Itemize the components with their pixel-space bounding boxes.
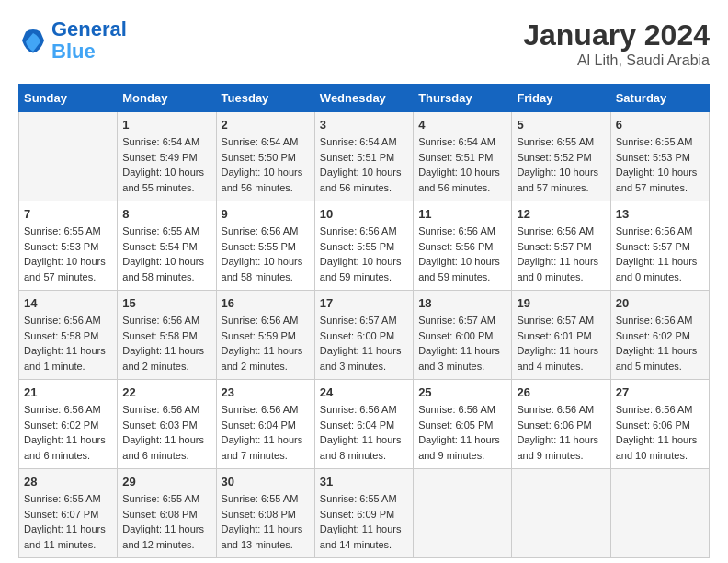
day-number: 3 [320, 118, 408, 132]
calendar-table: SundayMondayTuesdayWednesdayThursdayFrid… [18, 84, 710, 558]
day-number: 18 [418, 296, 506, 310]
day-number: 9 [222, 207, 310, 221]
calendar-cell: 1Sunrise: 6:54 AM Sunset: 5:49 PM Daylig… [118, 112, 216, 201]
column-header-wednesday: Wednesday [314, 85, 413, 112]
day-number: 26 [517, 385, 605, 399]
calendar-cell: 19Sunrise: 6:57 AM Sunset: 6:01 PM Dayli… [512, 291, 610, 380]
calendar-cell: 15Sunrise: 6:56 AM Sunset: 5:58 PM Dayli… [118, 291, 216, 380]
calendar-cell: 14Sunrise: 6:56 AM Sunset: 5:58 PM Dayli… [19, 291, 118, 380]
calendar-cell: 16Sunrise: 6:56 AM Sunset: 5:59 PM Dayli… [216, 291, 314, 380]
day-number: 2 [222, 118, 310, 132]
day-number: 15 [122, 296, 210, 310]
calendar-cell: 29Sunrise: 6:55 AM Sunset: 6:08 PM Dayli… [118, 469, 216, 558]
day-number: 11 [418, 207, 506, 221]
day-number: 24 [320, 385, 408, 399]
logo-icon [18, 26, 48, 55]
calendar-body: 1Sunrise: 6:54 AM Sunset: 5:49 PM Daylig… [19, 112, 710, 558]
day-number: 16 [222, 296, 310, 310]
day-info: Sunrise: 6:56 AM Sunset: 5:57 PM Dayligh… [517, 224, 605, 284]
day-number: 10 [320, 207, 408, 221]
calendar-cell: 11Sunrise: 6:56 AM Sunset: 5:56 PM Dayli… [414, 201, 512, 291]
calendar-cell: 12Sunrise: 6:56 AM Sunset: 5:57 PM Dayli… [512, 201, 610, 291]
calendar-cell: 4Sunrise: 6:54 AM Sunset: 5:51 PM Daylig… [414, 112, 512, 201]
day-number: 6 [616, 118, 704, 132]
day-info: Sunrise: 6:55 AM Sunset: 6:08 PM Dayligh… [122, 491, 210, 552]
day-number: 12 [517, 207, 605, 221]
calendar-title: January 2024 [523, 18, 710, 52]
day-number: 7 [24, 207, 112, 221]
day-number: 30 [222, 475, 310, 488]
logo-text: General Blue [51, 18, 127, 63]
calendar-cell: 31Sunrise: 6:55 AM Sunset: 6:09 PM Dayli… [314, 469, 413, 558]
week-row-5: 28Sunrise: 6:55 AM Sunset: 6:07 PM Dayli… [19, 469, 710, 558]
day-info: Sunrise: 6:56 AM Sunset: 6:02 PM Dayligh… [616, 313, 704, 373]
day-info: Sunrise: 6:54 AM Sunset: 5:49 PM Dayligh… [122, 134, 210, 195]
page-header: General Blue January 2024 Al Lith, Saudi… [18, 18, 710, 69]
day-number: 27 [616, 385, 704, 399]
calendar-cell [512, 469, 610, 558]
day-info: Sunrise: 6:57 AM Sunset: 6:00 PM Dayligh… [320, 313, 408, 373]
calendar-cell [19, 112, 118, 201]
day-number: 25 [418, 385, 506, 399]
calendar-cell: 30Sunrise: 6:55 AM Sunset: 6:08 PM Dayli… [216, 469, 314, 558]
day-info: Sunrise: 6:56 AM Sunset: 6:04 PM Dayligh… [320, 402, 408, 463]
day-number: 17 [320, 296, 408, 310]
calendar-cell: 26Sunrise: 6:56 AM Sunset: 6:06 PM Dayli… [512, 380, 610, 469]
calendar-cell: 6Sunrise: 6:55 AM Sunset: 5:53 PM Daylig… [610, 112, 709, 201]
day-info: Sunrise: 6:55 AM Sunset: 6:07 PM Dayligh… [24, 491, 112, 552]
column-header-saturday: Saturday [610, 85, 709, 112]
column-header-sunday: Sunday [19, 85, 118, 112]
day-number: 4 [418, 118, 506, 132]
calendar-cell: 23Sunrise: 6:56 AM Sunset: 6:04 PM Dayli… [216, 380, 314, 469]
day-info: Sunrise: 6:55 AM Sunset: 6:08 PM Dayligh… [222, 491, 310, 552]
calendar-cell: 3Sunrise: 6:54 AM Sunset: 5:51 PM Daylig… [314, 112, 413, 201]
day-info: Sunrise: 6:56 AM Sunset: 6:04 PM Dayligh… [222, 402, 310, 463]
day-info: Sunrise: 6:56 AM Sunset: 5:57 PM Dayligh… [616, 224, 704, 284]
day-info: Sunrise: 6:56 AM Sunset: 5:55 PM Dayligh… [320, 224, 408, 284]
day-number: 28 [24, 475, 112, 488]
calendar-cell: 22Sunrise: 6:56 AM Sunset: 6:03 PM Dayli… [118, 380, 216, 469]
day-info: Sunrise: 6:54 AM Sunset: 5:51 PM Dayligh… [418, 134, 506, 195]
week-row-4: 21Sunrise: 6:56 AM Sunset: 6:02 PM Dayli… [19, 380, 710, 469]
calendar-cell: 2Sunrise: 6:54 AM Sunset: 5:50 PM Daylig… [216, 112, 314, 201]
day-info: Sunrise: 6:56 AM Sunset: 6:06 PM Dayligh… [616, 402, 704, 463]
day-number: 1 [122, 118, 210, 132]
calendar-cell: 17Sunrise: 6:57 AM Sunset: 6:00 PM Dayli… [314, 291, 413, 380]
column-header-thursday: Thursday [414, 85, 512, 112]
calendar-cell: 5Sunrise: 6:55 AM Sunset: 5:52 PM Daylig… [512, 112, 610, 201]
day-info: Sunrise: 6:54 AM Sunset: 5:51 PM Dayligh… [320, 134, 408, 195]
day-info: Sunrise: 6:54 AM Sunset: 5:50 PM Dayligh… [222, 134, 310, 195]
day-number: 22 [122, 385, 210, 399]
day-number: 13 [616, 207, 704, 221]
calendar-cell: 20Sunrise: 6:56 AM Sunset: 6:02 PM Dayli… [610, 291, 709, 380]
calendar-cell: 27Sunrise: 6:56 AM Sunset: 6:06 PM Dayli… [610, 380, 709, 469]
calendar-cell: 9Sunrise: 6:56 AM Sunset: 5:55 PM Daylig… [216, 201, 314, 291]
calendar-cell [414, 469, 512, 558]
week-row-2: 7Sunrise: 6:55 AM Sunset: 5:53 PM Daylig… [19, 201, 710, 291]
day-number: 19 [517, 296, 605, 310]
logo: General Blue [18, 18, 127, 63]
calendar-cell: 18Sunrise: 6:57 AM Sunset: 6:00 PM Dayli… [414, 291, 512, 380]
calendar-cell: 28Sunrise: 6:55 AM Sunset: 6:07 PM Dayli… [19, 469, 118, 558]
day-info: Sunrise: 6:56 AM Sunset: 5:58 PM Dayligh… [24, 313, 112, 373]
day-info: Sunrise: 6:56 AM Sunset: 6:02 PM Dayligh… [24, 402, 112, 463]
day-number: 8 [122, 207, 210, 221]
day-info: Sunrise: 6:56 AM Sunset: 5:59 PM Dayligh… [222, 313, 310, 373]
day-info: Sunrise: 6:55 AM Sunset: 5:54 PM Dayligh… [122, 224, 210, 284]
day-info: Sunrise: 6:55 AM Sunset: 5:52 PM Dayligh… [517, 134, 605, 195]
day-number: 14 [24, 296, 112, 310]
day-info: Sunrise: 6:57 AM Sunset: 6:01 PM Dayligh… [517, 313, 605, 373]
column-header-friday: Friday [512, 85, 610, 112]
calendar-cell: 24Sunrise: 6:56 AM Sunset: 6:04 PM Dayli… [314, 380, 413, 469]
calendar-cell: 13Sunrise: 6:56 AM Sunset: 5:57 PM Dayli… [610, 201, 709, 291]
calendar-header-row: SundayMondayTuesdayWednesdayThursdayFrid… [19, 85, 710, 112]
week-row-1: 1Sunrise: 6:54 AM Sunset: 5:49 PM Daylig… [19, 112, 710, 201]
day-number: 31 [320, 475, 408, 488]
calendar-subtitle: Al Lith, Saudi Arabia [523, 52, 710, 69]
day-number: 21 [24, 385, 112, 399]
day-info: Sunrise: 6:55 AM Sunset: 6:09 PM Dayligh… [320, 491, 408, 552]
calendar-cell: 7Sunrise: 6:55 AM Sunset: 5:53 PM Daylig… [19, 201, 118, 291]
day-info: Sunrise: 6:57 AM Sunset: 6:00 PM Dayligh… [418, 313, 506, 373]
day-number: 5 [517, 118, 605, 132]
day-info: Sunrise: 6:56 AM Sunset: 5:56 PM Dayligh… [418, 224, 506, 284]
